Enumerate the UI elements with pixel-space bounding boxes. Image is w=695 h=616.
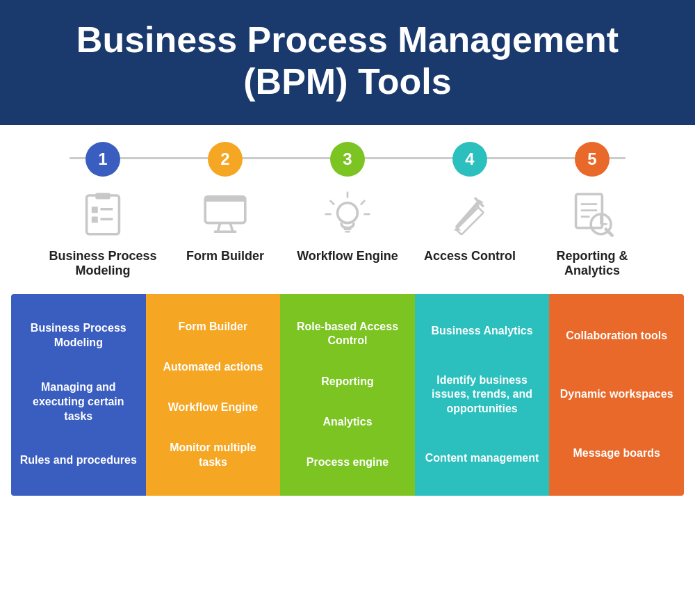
svg-line-12 bbox=[361, 200, 365, 204]
column-3: Role-based Access Control Reporting Anal… bbox=[280, 294, 415, 496]
col-2-item-3: Workflow Engine bbox=[154, 400, 272, 415]
svg-line-9 bbox=[230, 222, 233, 232]
svg-rect-2 bbox=[92, 206, 98, 213]
step-3: 3 Workflow Engine bbox=[286, 142, 409, 264]
step-1-label: Business Process Modeling bbox=[42, 249, 164, 279]
svg-line-31 bbox=[606, 229, 612, 235]
col-4-item-2: Identify business issues, trends, and op… bbox=[423, 373, 541, 416]
steps-row: 1 Business Process Modeling 2 bbox=[0, 125, 695, 286]
svg-rect-4 bbox=[92, 216, 98, 222]
step-circle-5: 5 bbox=[575, 142, 610, 177]
column-1: Business Process Modeling Managing and e… bbox=[11, 294, 146, 496]
col-3-item-3: Analytics bbox=[288, 415, 407, 430]
step-2-label: Form Builder bbox=[186, 249, 264, 264]
svg-point-16 bbox=[338, 202, 358, 222]
col-4-item-3: Content management bbox=[423, 451, 541, 466]
step-circle-3: 3 bbox=[330, 142, 365, 177]
column-4: Business Analytics Identify business iss… bbox=[415, 294, 550, 496]
step-1: 1 Business Process Modeling bbox=[42, 142, 164, 279]
col-2-item-4: Monitor multiple tasks bbox=[154, 441, 272, 470]
step-5: 5 Reporting & Analytics bbox=[531, 142, 653, 279]
pencil-ruler-icon bbox=[442, 186, 498, 242]
svg-rect-3 bbox=[100, 208, 113, 211]
content-table: Business Process Modeling Managing and e… bbox=[11, 294, 684, 496]
col-3-item-1: Role-based Access Control bbox=[288, 320, 407, 349]
col-5-item-2: Dynamic workspaces bbox=[557, 387, 676, 402]
lightbulb-icon bbox=[320, 186, 375, 242]
step-circle-4: 4 bbox=[452, 142, 487, 177]
col-1-item-1: Business Process Modeling bbox=[19, 321, 138, 350]
page-title: Business Process Management (BPM) Tools bbox=[28, 19, 667, 103]
svg-rect-7 bbox=[205, 196, 245, 201]
step-4-label: Access Control bbox=[424, 249, 516, 264]
col-2-item-2: Automated actions bbox=[154, 360, 272, 375]
svg-rect-5 bbox=[100, 218, 113, 220]
col-1-item-3: Rules and procedures bbox=[19, 453, 138, 468]
step-circle-2: 2 bbox=[208, 142, 243, 177]
col-4-item-1: Business Analytics bbox=[423, 324, 541, 339]
svg-line-14 bbox=[330, 200, 334, 204]
page-wrapper: Business Process Management (BPM) Tools … bbox=[0, 0, 695, 616]
report-icon bbox=[564, 186, 620, 242]
svg-rect-0 bbox=[87, 195, 120, 234]
svg-rect-1 bbox=[95, 193, 111, 199]
step-circle-1: 1 bbox=[85, 142, 120, 177]
step-4: 4 Access Control bbox=[409, 142, 531, 264]
col-3-item-2: Reporting bbox=[288, 375, 407, 389]
column-5: Collaboration tools Dynamic workspaces M… bbox=[549, 294, 684, 496]
monitor-icon bbox=[197, 186, 253, 242]
svg-line-8 bbox=[218, 222, 220, 232]
clipboard-icon bbox=[75, 186, 131, 242]
step-2: 2 Form Builder bbox=[164, 142, 286, 264]
col-5-item-1: Collaboration tools bbox=[557, 329, 676, 343]
col-3-item-4: Process engine bbox=[288, 455, 407, 470]
col-1-item-2: Managing and executing certain tasks bbox=[19, 380, 138, 423]
step-3-label: Workflow Engine bbox=[297, 249, 398, 264]
step-5-label: Reporting & Analytics bbox=[531, 249, 653, 279]
col-2-item-1: Form Builder bbox=[154, 320, 272, 334]
col-5-item-3: Message boards bbox=[557, 446, 676, 461]
header: Business Process Management (BPM) Tools bbox=[0, 0, 695, 125]
column-2: Form Builder Automated actions Workflow … bbox=[146, 294, 281, 496]
